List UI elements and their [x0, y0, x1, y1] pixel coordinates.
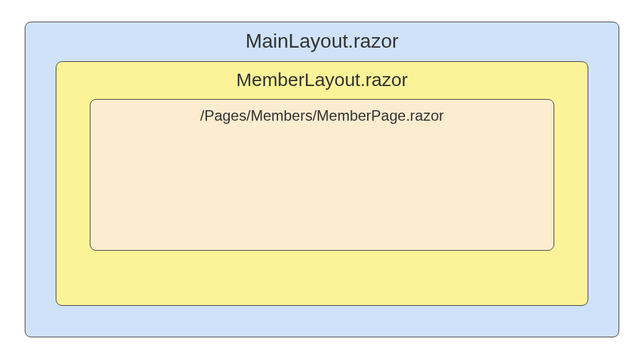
- member-page-label: /Pages/Members/MemberPage.razor: [200, 107, 444, 124]
- member-layout-label: MemberLayout.razor: [237, 69, 408, 90]
- main-layout-box: MainLayout.razor MemberLayout.razor /Pag…: [25, 22, 619, 337]
- main-layout-label: MainLayout.razor: [245, 30, 398, 53]
- member-page-box: /Pages/Members/MemberPage.razor: [90, 99, 554, 251]
- member-layout-box: MemberLayout.razor /Pages/Members/Member…: [56, 61, 588, 306]
